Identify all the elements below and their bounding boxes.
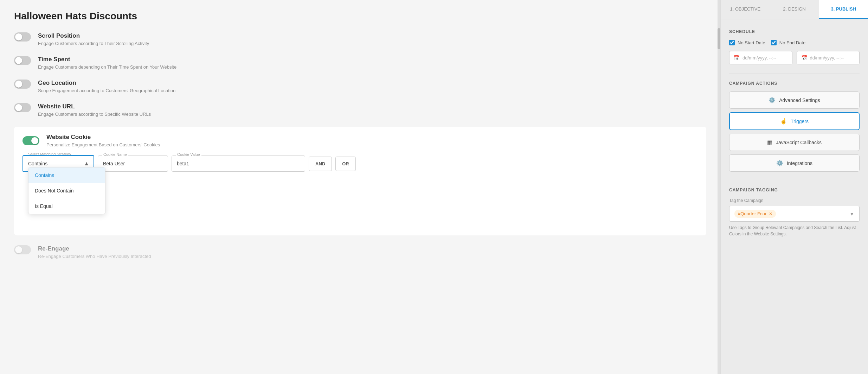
advanced-settings-label: Advanced Settings — [779, 97, 820, 103]
page-title: Halloween Hats Discounts — [14, 11, 706, 22]
geo-location-title: Geo Location — [38, 80, 706, 87]
time-spent-title: Time Spent — [38, 56, 706, 63]
tag-dropdown-arrow-icon[interactable]: ▼ — [849, 211, 854, 217]
tag-chip-remove[interactable]: ✕ — [769, 211, 772, 216]
triggers-label: Triggers — [791, 119, 809, 124]
scroll-position-toggle[interactable] — [14, 32, 31, 42]
re-engage-toggle[interactable] — [14, 245, 31, 254]
start-date-placeholder: dd/mm/yyyy, --:-- — [742, 55, 777, 61]
or-button[interactable]: OR — [335, 157, 356, 171]
re-engage-title: Re-Engage — [38, 245, 706, 252]
end-date-calendar-icon: 📅 — [801, 55, 807, 61]
cookie-value-label: Cookie Value — [176, 152, 201, 157]
time-spent-row: Time Spent Engage Customers depending on… — [14, 56, 706, 70]
scrollbar-thumb[interactable] — [718, 28, 720, 49]
integrations-icon: ⚙️ — [776, 160, 783, 166]
tab-design[interactable]: 2. DESIGN — [770, 0, 819, 19]
matching-strategy-dropdown: Contains Does Not Contain Is Equal — [28, 167, 105, 214]
geo-location-desc: Scope Engagement according to Customers'… — [38, 88, 706, 93]
tab-bar: 1. OBJECTIVE 2. DESIGN 3. PUBLISH — [721, 0, 868, 19]
website-cookie-desc: Personalize Engagement Based on Customer… — [46, 142, 160, 147]
cookie-value-input[interactable] — [172, 156, 305, 172]
divider-2 — [729, 179, 860, 179]
website-cookie-title: Website Cookie — [46, 134, 160, 141]
geo-location-toggle[interactable] — [14, 80, 31, 89]
website-cookie-toggle[interactable] — [22, 136, 39, 145]
scrollbar-track — [718, 0, 720, 374]
integrations-button[interactable]: ⚙️ Integrations — [729, 154, 860, 172]
advanced-settings-button[interactable]: ⚙️ Advanced Settings — [729, 91, 860, 109]
tag-chip-label: #Quarter Four — [738, 211, 767, 216]
no-start-date-text: No Start Date — [738, 40, 765, 45]
advanced-settings-icon: ⚙️ — [769, 97, 776, 103]
divider-1 — [729, 74, 860, 74]
geo-location-row: Geo Location Scope Engagement according … — [14, 80, 706, 93]
dropdown-item-is-equal[interactable]: Is Equal — [28, 198, 105, 214]
javascript-icon: ▦ — [767, 139, 772, 146]
javascript-callbacks-label: JavaScript Callbacks — [776, 140, 822, 145]
triggers-icon: ☝️ — [780, 118, 787, 125]
cookie-name-label: Cookie Name — [102, 152, 128, 157]
time-spent-toggle[interactable] — [14, 56, 31, 65]
re-engage-desc: Re-Engage Customers Who Have Previously … — [38, 254, 706, 259]
tab-publish[interactable]: 3. PUBLISH — [819, 0, 868, 19]
schedule-section-title: SCHEDULE — [729, 29, 860, 34]
and-button[interactable]: AND — [309, 157, 332, 171]
end-date-placeholder: dd/mm/yyyy, --:-- — [810, 55, 844, 61]
scroll-position-title: Scroll Position — [38, 32, 706, 39]
no-start-date-label[interactable]: No Start Date — [729, 40, 765, 45]
website-url-row: Website URL Engage Customers according t… — [14, 103, 706, 117]
tag-chip-quarter-four: #Quarter Four ✕ — [734, 210, 776, 218]
integrations-label: Integrations — [787, 160, 812, 166]
start-date-calendar-icon: 📅 — [734, 55, 740, 61]
campaign-actions-title: CAMPAIGN ACTIONS — [729, 81, 860, 86]
right-content: SCHEDULE No Start Date No End Date 📅 dd/… — [721, 19, 868, 374]
scroll-position-row: Scroll Position Engage Customers accordi… — [14, 32, 706, 46]
website-cookie-row: Website Cookie Personalize Engagement Ba… — [14, 127, 706, 235]
re-engage-row: Re-Engage Re-Engage Customers Who Have P… — [14, 245, 706, 259]
tag-select[interactable]: #Quarter Four ✕ ▼ — [729, 206, 860, 222]
no-end-date-label[interactable]: No End Date — [771, 40, 805, 45]
scroll-position-desc: Engage Customers according to Their Scro… — [38, 41, 706, 46]
right-panel: 1. OBJECTIVE 2. DESIGN 3. PUBLISH SCHEDU… — [720, 0, 868, 374]
time-spent-desc: Engage Customers depending on Their Time… — [38, 64, 706, 70]
tag-label: Tag the Campaign — [729, 198, 860, 203]
website-url-toggle[interactable] — [14, 103, 31, 112]
javascript-callbacks-button[interactable]: ▦ JavaScript Callbacks — [729, 134, 860, 151]
website-url-desc: Engage Customers according to Specific W… — [38, 112, 706, 117]
tab-objective[interactable]: 1. OBJECTIVE — [721, 0, 770, 19]
campaign-tagging-section: CAMPAIGN TAGGING Tag the Campaign #Quart… — [729, 188, 860, 237]
cookie-name-group: Cookie Name — [98, 156, 168, 172]
cookie-value-group: Cookie Value — [172, 156, 305, 172]
tag-help-text: Use Tags to Group Relevant Campaigns and… — [729, 224, 860, 237]
dropdown-item-contains[interactable]: Contains — [28, 167, 105, 183]
dropdown-item-does-not-contain[interactable]: Does Not Contain — [28, 183, 105, 198]
campaign-tagging-title: CAMPAIGN TAGGING — [729, 188, 860, 192]
no-end-date-checkbox[interactable] — [771, 40, 777, 45]
end-date-input[interactable]: 📅 dd/mm/yyyy, --:-- — [797, 51, 860, 64]
triggers-button[interactable]: ☝️ Triggers — [729, 112, 860, 130]
cookie-name-input[interactable] — [98, 156, 168, 172]
schedule-checkboxes: No Start Date No End Date — [729, 40, 860, 45]
start-date-input[interactable]: 📅 dd/mm/yyyy, --:-- — [729, 51, 792, 64]
left-panel: Halloween Hats Discounts Scroll Position… — [0, 0, 720, 374]
website-url-title: Website URL — [38, 103, 706, 110]
no-end-date-text: No End Date — [779, 40, 805, 45]
no-start-date-checkbox[interactable] — [729, 40, 735, 45]
